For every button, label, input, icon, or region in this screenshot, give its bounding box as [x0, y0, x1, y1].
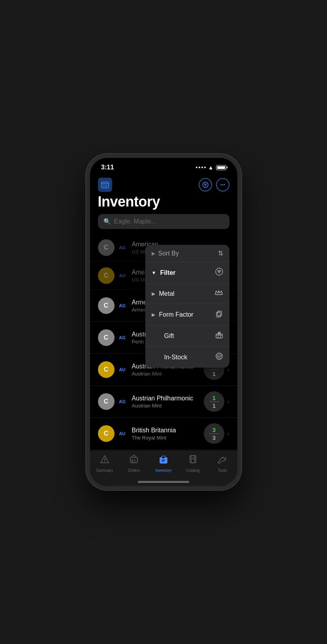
gift-row[interactable]: Gift	[145, 325, 229, 347]
coin-name: Austrian Philharmonic	[132, 395, 204, 402]
tools-icon	[218, 455, 227, 467]
tab-tools[interactable]: Tools	[208, 455, 237, 473]
svg-point-31	[132, 461, 133, 462]
metal-tag: AG	[117, 303, 128, 308]
in-stock-row[interactable]: In-Stock	[145, 347, 229, 368]
coin-info: British Britannia The Royal Mint	[132, 427, 204, 441]
metal-tag: AU	[117, 431, 128, 436]
catalog-icon	[188, 455, 198, 467]
header-right-icons	[199, 178, 229, 192]
metal-label: Metal	[159, 290, 175, 297]
chevron-right-icon: ›	[227, 366, 229, 373]
metal-chevron-icon: ▶	[152, 291, 155, 297]
coin-mint: Austrian Mint	[132, 371, 204, 377]
page-title: Inventory	[90, 192, 237, 214]
crown-icon	[214, 289, 223, 298]
qty-divider	[209, 434, 219, 434]
sort-by-left: ▶ Sort By	[152, 250, 179, 257]
in-stock-icon	[215, 352, 223, 362]
tab-inventory-label: Inventory	[155, 468, 171, 473]
metal-tag: AU	[117, 367, 128, 372]
inventory-icon	[159, 455, 168, 467]
gift-row-left: Gift	[152, 332, 174, 340]
header-area	[90, 175, 237, 192]
dropdown-menu[interactable]: ▶ Sort By ⇅ ▼ Filter	[145, 245, 229, 368]
svg-rect-2	[103, 185, 104, 186]
coin-badge: C	[98, 297, 115, 314]
svg-point-14	[224, 184, 225, 186]
sort-chevron-icon: ▶	[152, 251, 155, 256]
filter-lines-icon	[215, 268, 223, 278]
sort-icon: ⇅	[218, 250, 223, 257]
coin-mint: Austrian Mint	[132, 403, 204, 409]
metal-row-left: ▶ Metal	[152, 290, 175, 297]
sort-by-row[interactable]: ▶ Sort By ⇅	[145, 245, 229, 262]
svg-point-12	[220, 184, 222, 186]
calendar-icon[interactable]	[98, 178, 112, 192]
phone-screen: 3:11 ▲	[90, 158, 237, 486]
chevron-right-icon: ›	[227, 430, 229, 437]
tab-orders[interactable]: Orders	[119, 455, 149, 473]
form-factor-label: Form Factor	[159, 311, 194, 318]
svg-point-29	[132, 460, 133, 461]
metal-tag: AG	[117, 399, 128, 404]
list-item[interactable]: C AU British Britannia The Royal Mint 3 …	[90, 418, 237, 450]
tab-inventory[interactable]: Inventory	[149, 455, 179, 473]
metal-tag: AG	[117, 245, 128, 250]
metal-row[interactable]: ▶ Metal	[145, 284, 229, 304]
gift-label: Gift	[164, 332, 174, 340]
in-stock-row-left: In-Stock	[152, 354, 188, 361]
coin-badge: C	[98, 393, 115, 410]
qty-bottom: 1	[212, 403, 216, 409]
svg-point-13	[222, 184, 223, 186]
coin-quantity: 1 1	[204, 391, 224, 412]
coin-badge: C	[98, 361, 115, 378]
tab-catalog[interactable]: Catalog	[178, 455, 208, 473]
coin-name: British Britannia	[132, 427, 204, 434]
svg-rect-21	[216, 334, 222, 338]
coin-quantity: 3 3	[204, 423, 224, 444]
list-item[interactable]: C AG Austrian Philharmonic Austrian Mint…	[90, 386, 237, 418]
more-button[interactable]	[216, 178, 229, 192]
coin-info: Austrian Philharmonic Austrian Mint	[132, 395, 204, 409]
wifi-icon: ▲	[208, 164, 214, 171]
summary-icon	[100, 455, 109, 467]
status-time: 3:11	[101, 163, 114, 171]
coin-badge: C	[98, 425, 115, 442]
orders-icon	[129, 455, 139, 467]
form-factor-chevron-icon: ▶	[152, 312, 155, 317]
qty-top: 1	[212, 395, 216, 401]
svg-rect-4	[106, 185, 107, 186]
svg-rect-6	[105, 186, 105, 187]
tab-summary[interactable]: Summary	[90, 455, 120, 473]
svg-rect-19	[218, 311, 222, 316]
svg-rect-3	[105, 185, 105, 186]
qty-top: 3	[212, 427, 216, 433]
search-input[interactable]: Eagle, Maple...	[114, 218, 156, 225]
chevron-right-icon: ›	[227, 398, 229, 405]
metal-tag: AG	[117, 335, 128, 340]
svg-rect-20	[216, 312, 220, 317]
home-indicator	[138, 481, 189, 483]
form-factor-row-left: ▶ Form Factor	[152, 311, 194, 318]
form-factor-row[interactable]: ▶ Form Factor	[145, 304, 229, 325]
filter-row-left: ▼ Filter	[152, 269, 176, 276]
battery-icon	[216, 165, 226, 170]
signal-icon	[196, 167, 206, 168]
filter-label: Filter	[160, 269, 175, 276]
qty-divider	[209, 402, 219, 402]
svg-rect-22	[218, 334, 220, 338]
coin-badge: C	[98, 329, 115, 346]
search-bar[interactable]: 🔍 Eagle, Maple...	[98, 214, 229, 229]
filter-button[interactable]	[199, 178, 212, 192]
gift-icon	[215, 331, 223, 341]
svg-point-27	[104, 462, 105, 462]
sort-by-label: Sort By	[158, 250, 179, 257]
qty-divider	[209, 370, 219, 370]
tab-tools-label: Tools	[218, 468, 227, 473]
status-icons: ▲	[196, 164, 226, 171]
svg-rect-5	[103, 186, 104, 187]
qty-bottom: 1	[212, 371, 216, 377]
metal-tag: AU	[117, 273, 128, 278]
filter-row[interactable]: ▼ Filter	[145, 262, 229, 284]
